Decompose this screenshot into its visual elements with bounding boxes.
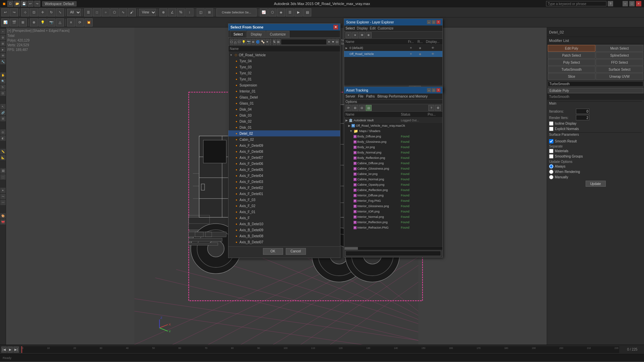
scene-icon-point-btn[interactable]: · [270, 39, 271, 45]
scene-item-axisbd09[interactable]: ● Axis_B_Detel09 [228, 227, 340, 233]
scene-display-opts-btn[interactable]: ⊡ [335, 39, 339, 45]
at-map-view-btn[interactable]: ▤ [366, 105, 372, 111]
sidebar-display-icon[interactable]: 👁 [0, 53, 6, 58]
sidebar-orbit-icon[interactable]: ↻ [0, 84, 6, 90]
at-row-Cabine_Glossiness_png[interactable]: P Cabine_Glossiness.png Found [344, 166, 442, 171]
scene-clear-search-btn[interactable]: ✕ [327, 39, 331, 45]
at-expand-btn[interactable]: ⊞ [352, 105, 358, 111]
maximize-icon[interactable]: □ [629, 1, 635, 6]
select-by-name-btn[interactable]: ☰ [84, 8, 92, 16]
le-close-btn[interactable]: ✕ [436, 20, 440, 24]
percent-snap-btn[interactable]: % [177, 8, 185, 16]
turbosmooth-btn[interactable]: TurboSmooth [548, 66, 595, 73]
scene-item-axisfd09[interactable]: ● Axis_F_Detel09 [228, 142, 340, 148]
iterations-input[interactable] [576, 109, 589, 114]
sidebar-particle-icon[interactable]: ✦ [0, 188, 6, 193]
scene-icon-light-btn[interactable]: 💡 [241, 39, 246, 45]
save-btn[interactable]: 💾 [21, 1, 27, 7]
at-row-Cabine_Normal_png[interactable]: P Cabine_Normal.png Found [344, 177, 442, 182]
dynamics-btn[interactable]: 💥 [85, 18, 93, 26]
scene-item-cabin02[interactable]: ● Cabin_02 [228, 136, 340, 142]
filter-select[interactable]: All [67, 9, 81, 16]
scene-item-axisf[interactable]: ● Axis_F [228, 215, 340, 221]
scene-item-axisf01[interactable]: ● Axis_F_01 [228, 209, 340, 215]
dialog-close-btn[interactable]: ✕ [333, 25, 338, 29]
at-menu-paths[interactable]: Paths [366, 95, 375, 98]
play-btn[interactable]: ▶ [7, 347, 13, 353]
at-close-btn[interactable]: ✕ [436, 88, 440, 92]
scene-icon-part-btn[interactable]: ✦ [266, 39, 269, 45]
editable-poly-stack-item[interactable]: Editable Poly [548, 88, 643, 93]
help-icon[interactable]: ? [608, 1, 613, 6]
at-row-Interior_Fog_PNG[interactable]: P Interior_Fog.PNG Found [344, 198, 442, 203]
at-h-scrollbar[interactable] [344, 246, 442, 250]
circle-select-btn[interactable]: ○ [102, 8, 110, 16]
at-row-Body_Glossiness_png[interactable]: P Body_Glossiness.png Found [344, 139, 442, 144]
ffd-select-btn[interactable]: FFD Select [596, 59, 643, 66]
at-row-Body_ior_png[interactable]: P Body_ior.png Found [344, 144, 442, 150]
scene-item-suspension[interactable]: ● Suspension [228, 82, 340, 88]
sidebar-cloth-icon[interactable]: 〜 [0, 194, 6, 199]
at-menu-server[interactable]: Server [345, 95, 355, 98]
at-row-Interior_Reflection_png[interactable]: P Interior_Reflection.png Found [344, 220, 442, 225]
at-refresh-btn[interactable]: ⟳ [345, 105, 352, 111]
render-frame-btn[interactable]: ▤ [303, 8, 311, 16]
scene-item-disk04[interactable]: ● Disk_04 [228, 106, 340, 112]
materials-checkbox[interactable] [549, 149, 553, 153]
sidebar-render2-icon[interactable]: 🖼 [0, 168, 6, 174]
next-frame-btn[interactable]: ▶| [13, 347, 19, 353]
sidebar-create-icon[interactable]: + [0, 29, 6, 34]
scene-item-glass01[interactable]: ● Glass_01 [228, 100, 340, 106]
sidebar-pan-icon[interactable]: ✋ [0, 72, 6, 78]
layer-mgr-btn[interactable]: ⊞ [19, 18, 27, 26]
move-btn[interactable]: ✛ [39, 8, 47, 16]
lasso-select-btn[interactable]: ∿ [119, 8, 127, 16]
render-setup-btn[interactable]: ☰ [286, 8, 294, 16]
scene-search-options-btn[interactable]: ▼ [331, 39, 335, 45]
render-iters-input[interactable] [576, 115, 589, 120]
sidebar-hierarchy-icon[interactable]: ⊞ [0, 41, 6, 46]
minimize-icon[interactable]: – [623, 1, 628, 6]
at-help-btn[interactable]: ? [428, 105, 434, 111]
angle-snap-btn[interactable]: ∠ [168, 8, 176, 16]
at-row-Cabine_Opasity_png[interactable]: P Cabine_Opasity.png Found [344, 182, 442, 187]
explicit-normals-checkbox[interactable] [549, 127, 553, 131]
render-btn[interactable]: ▶ [294, 8, 303, 16]
workspace-selector[interactable]: Workspace: Default [42, 1, 76, 6]
poly-select-btn[interactable]: Poly Select [548, 59, 595, 66]
mesh-select-btn[interactable]: Mesh Select [596, 45, 643, 52]
scene-item-off-road-vehicle[interactable]: ▼ ⬡ Off_Road_Vehicle [228, 52, 340, 58]
at-row-maps[interactable]: ▼ 📁 Maps / Shaders [344, 128, 442, 134]
scene-icon-geo-btn[interactable]: △ [234, 39, 237, 45]
sidebar-paint-icon[interactable]: 🎨 [0, 213, 6, 219]
fence-select-btn[interactable]: ⬠ [110, 8, 118, 16]
at-options-label[interactable]: Options [345, 100, 357, 104]
sidebar-hair-icon[interactable]: 〰 [0, 200, 6, 205]
redo-quick-btn[interactable]: ↪ [34, 1, 40, 7]
when-rendering-radio[interactable] [549, 170, 553, 174]
sidebar-hide-icon[interactable]: ◐ [0, 135, 6, 141]
scene-icon-wrap-btn[interactable]: 🌀 [256, 39, 260, 45]
sidebar-unlink-icon[interactable]: ⛓ [0, 116, 6, 121]
sidebar-utilities-icon[interactable]: 🔧 [0, 59, 6, 64]
scene-item-axisf02[interactable]: ● Axis_F_02 [228, 203, 340, 209]
sidebar-modify-icon[interactable]: ⚙ [0, 35, 6, 40]
undo-quick-btn[interactable]: ↩ [28, 1, 34, 7]
ok-btn[interactable]: OK [263, 248, 283, 255]
sidebar-link-icon[interactable]: 🔗 [0, 110, 6, 115]
turbosmooth-stack-item[interactable]: TurboSmooth [548, 81, 643, 86]
scene-item-glass-detel[interactable]: ● Glass_Detel [228, 94, 340, 100]
at-row-Interior_IOR_png[interactable]: P Interior_IOR.png Found [344, 209, 442, 214]
scene-item-tyre04[interactable]: ● Tyre_04 [228, 58, 340, 64]
scene-sort-btn[interactable]: ⇅ [273, 39, 276, 45]
le-delete-btn[interactable]: ✕ [352, 32, 358, 38]
scene-item-disk02[interactable]: ● Disk_02 [228, 118, 340, 124]
prev-frame-btn[interactable]: |◀ [1, 347, 7, 353]
at-row-Interior_Refracion_PNG[interactable]: P Interior_Refracion.PNG Found [344, 225, 442, 230]
cancel-btn[interactable]: Cancel [286, 248, 306, 255]
at-settings-btn[interactable]: ⚙ [435, 105, 441, 111]
close-icon[interactable]: ✕ [636, 1, 641, 6]
rotate-btn[interactable]: ↻ [47, 8, 55, 16]
scene-item-axisf03[interactable]: ● Axis_F_03 [228, 197, 340, 203]
at-menu-file[interactable]: File [358, 95, 363, 98]
